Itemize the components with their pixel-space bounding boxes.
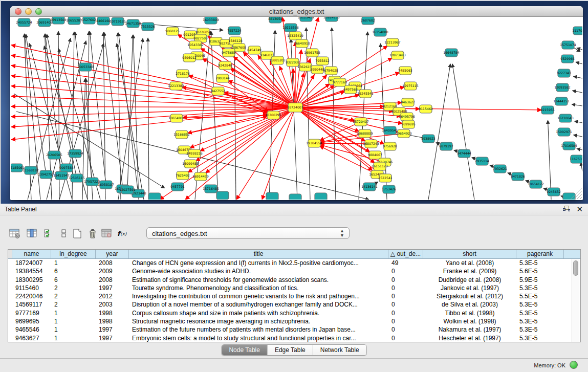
column-header-out_de[interactable]: △ out_de... (388, 250, 423, 258)
table-row[interactable]: 946554611997Estimation of the future num… (8, 325, 580, 334)
column-header-in_degree[interactable]: in_degree (51, 250, 96, 258)
graph-node[interactable]: 2935114 (475, 157, 489, 165)
graph-node[interactable]: 10719185 (110, 17, 126, 26)
graph-node[interactable]: 12093582 (554, 83, 571, 92)
graph-node[interactable]: 9896012 (182, 54, 197, 62)
graph-node[interactable]: 8813054 (268, 17, 282, 23)
table-row[interactable]: 969969511998Structural magnetic resonanc… (8, 317, 580, 325)
graph-node[interactable]: 18724007 (287, 103, 303, 112)
graph-node[interactable]: 19654923 (396, 129, 412, 138)
graph-node[interactable]: 12213383 (168, 82, 184, 90)
column-header-short[interactable]: short (423, 250, 516, 258)
vertical-scrollbar[interactable] (572, 259, 579, 342)
graph-node[interactable]: 18654987 (168, 114, 185, 122)
graph-node[interactable]: 9463627 (401, 98, 415, 106)
graph-node[interactable] (148, 193, 161, 200)
table-row[interactable]: 977716911998Corpus callosum shape and si… (8, 309, 580, 317)
graph-edge[interactable] (577, 148, 582, 150)
graph-node[interactable]: 14136141 (361, 183, 378, 191)
graph-node[interactable]: 9756928 (383, 142, 397, 150)
graph-node[interactable]: 12027591 (119, 186, 136, 194)
graph-node[interactable]: 15166852 (173, 130, 190, 139)
graph-node[interactable]: 16245541 (357, 90, 374, 98)
graph-node[interactable]: 20206505 (46, 151, 62, 159)
graph-node[interactable]: 13942757 (38, 170, 54, 179)
graph-node[interactable]: 16154808 (372, 28, 388, 36)
graph-node[interactable]: 11451947 (53, 171, 70, 180)
graph-node[interactable] (266, 192, 278, 200)
graph-node[interactable]: 9475685 (222, 49, 236, 57)
graph-node[interactable]: 8471826 (511, 172, 525, 181)
graph-edge[interactable] (576, 62, 582, 64)
table-selector-dropdown[interactable]: citations_edges.txt ▲▼ (146, 227, 350, 239)
graph-edge[interactable] (577, 48, 582, 50)
graph-node[interactable]: 9242848 (218, 61, 232, 70)
graph-node[interactable]: 15751074 (560, 41, 576, 49)
tab-edge-table[interactable]: Edge Table (268, 345, 313, 355)
graph-node[interactable]: 2718176 (176, 70, 190, 78)
graph-node[interactable]: 6879197 (439, 142, 453, 150)
graph-node[interactable]: 26913504 (50, 17, 67, 24)
column-header-name[interactable]: name (12, 250, 51, 258)
graph-edge[interactable] (572, 104, 582, 106)
graph-edge[interactable] (117, 43, 144, 200)
graph-node[interactable]: 16961758 (304, 49, 320, 57)
close-panel-icon[interactable]: ✕ (576, 205, 583, 213)
graph-node[interactable]: 10654122 (528, 180, 544, 188)
graph-node[interactable] (216, 191, 229, 200)
graph-node[interactable]: 16033809 (203, 17, 219, 24)
graph-node[interactable]: 8938923 (421, 135, 435, 143)
graph-edge[interactable] (359, 32, 367, 200)
graph-node[interactable]: 1167533 (570, 155, 582, 163)
graph-node[interactable]: 16210643 (557, 114, 574, 122)
graph-node[interactable]: 25123419 (298, 17, 314, 21)
graph-node[interactable]: 1753426 (382, 185, 396, 193)
graph-node[interactable]: 16958107 (98, 181, 114, 189)
graph-node[interactable]: 15720407 (353, 118, 369, 126)
graph-edge[interactable] (428, 64, 450, 200)
graph-node[interactable]: 9474444 (457, 149, 471, 158)
graph-node[interactable]: 8427552 (211, 87, 225, 95)
resize-grip-icon[interactable] (577, 194, 582, 199)
graph-node[interactable]: 12975115 (402, 82, 419, 90)
graph-node[interactable]: 12444151 (553, 97, 570, 105)
graph-edge[interactable] (573, 76, 582, 78)
graph-node[interactable]: 9777169 (333, 78, 347, 86)
graph-node[interactable]: 16648784 (443, 49, 460, 57)
new-table-icon[interactable] (71, 226, 84, 240)
graph-node[interactable]: 10543382 (187, 41, 204, 49)
network-canvas[interactable]: 2405572420691406269135041065528715276028… (11, 17, 582, 200)
graph-node[interactable]: 16640910 (294, 39, 310, 48)
graph-edge[interactable] (103, 32, 105, 200)
graph-node[interactable]: 8466160 (96, 17, 111, 25)
graph-node[interactable]: 2803144 (215, 74, 230, 82)
table-row[interactable]: 1830029562008Estimation of significance … (8, 276, 580, 284)
graph-node[interactable]: 1117053 (572, 27, 582, 35)
graph-node[interactable]: 7932621 (493, 165, 507, 173)
graph-node[interactable]: 9699695 (401, 120, 416, 128)
table-options-icon[interactable] (8, 226, 21, 240)
graph-edge[interactable] (211, 31, 218, 200)
graph-node[interactable]: 15992971 (556, 128, 572, 136)
graph-edge[interactable] (148, 38, 149, 200)
graph-edge[interactable] (320, 146, 377, 174)
graph-node[interactable]: 6497568 (343, 85, 358, 94)
table-row[interactable]: 1938455462009Genome-wide association stu… (8, 267, 580, 275)
graph-node[interactable]: 2687682 (361, 17, 375, 25)
graph-edge[interactable] (452, 64, 474, 200)
network-window[interactable]: citations_edges.txt 24055724206914062691… (10, 6, 583, 200)
graph-node[interactable] (315, 193, 327, 200)
table-row[interactable]: 2242004622012Investigating the contribut… (8, 292, 580, 300)
graph-node[interactable]: 9245652 (547, 188, 561, 196)
graph-node[interactable]: 9457791 (170, 183, 185, 191)
graph-node[interactable]: 7485063 (398, 67, 412, 75)
graph-node[interactable]: 17016504 (561, 142, 577, 150)
network-window-titlebar[interactable]: citations_edges.txt (10, 6, 583, 17)
graph-node[interactable]: 18300295 (265, 111, 281, 119)
graph-node[interactable]: 24055724 (16, 18, 32, 27)
graph-node[interactable]: 9115460 (419, 105, 433, 113)
graph-node[interactable]: 7955812 (315, 57, 330, 65)
graph-node[interactable]: 9097588 (59, 164, 74, 172)
select-all-columns-icon[interactable] (42, 226, 55, 240)
graph-node[interactable]: 23924135 (323, 17, 340, 21)
